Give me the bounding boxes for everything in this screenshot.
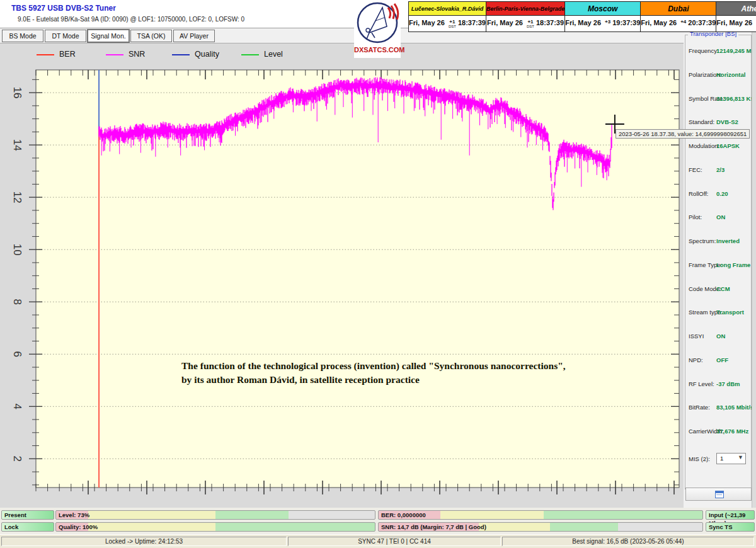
row-value: 83,105 Mbit/s <box>716 404 753 411</box>
statusbar-sync-counts: SYNC 47 | TEI 0 | CC 414 <box>288 537 501 546</box>
quality-progressbar: Quality: 100% <box>55 522 375 532</box>
row-value: DVB-S2 <box>716 118 738 125</box>
transponder-row-frequency-: Frequency: 12149,245 MHz <box>684 47 756 56</box>
svg-text:12: 12 <box>11 191 23 203</box>
clock-time-2: Fri, May 26 +3 19:37:39 <box>565 16 641 32</box>
row-value: 37,676 MHz <box>716 428 748 435</box>
row-label: NPD: <box>689 357 703 363</box>
transponder-row-symbol-rate-: Symbol Rate: 31396,813 KS/s <box>684 95 756 104</box>
clock-city-4: Athens <box>716 2 756 16</box>
svg-text:14: 14 <box>11 139 23 151</box>
row-value: -37 dBm <box>716 380 740 387</box>
svg-text:8: 8 <box>11 299 23 305</box>
row-value: OFF <box>716 357 728 363</box>
tab-signal-mon-[interactable]: Signal Mon. <box>88 30 129 42</box>
transponder-row-polarization-: Polarization: Horizontal <box>684 71 756 80</box>
tuner-app-window: TBS 5927 USB DVB-S2 Tuner 9.0E - Eutelsa… <box>0 0 756 548</box>
clock-city-3: Dubai <box>641 2 716 16</box>
quality-text: Quality: 100% <box>59 523 98 531</box>
svg-text:6: 6 <box>11 351 23 357</box>
mis-label: MIS (2): <box>689 455 710 462</box>
statusbar-uptime: Locked -> Uptime: 24:12:53 <box>1 537 287 546</box>
world-clocks: Lučenec-Slovakia_R.DávidBerlin-Paris-Vie… <box>408 1 756 32</box>
cursor-value-tooltip: 2023-05-26 18.37.38, value: 14,699999809… <box>616 129 750 139</box>
transponder-row-carrierwidth-: CarrierWidth: 37,676 MHz <box>684 428 756 437</box>
row-label: FEC: <box>689 166 702 173</box>
chevron-down-icon: ▼ <box>738 454 743 460</box>
snr-text: SNR: 14,7 dB (Margin: 7,7 dB | Good) <box>381 523 486 531</box>
row-value: Horizontal <box>716 71 745 78</box>
list-icon <box>715 491 724 498</box>
row-value: 0.20 <box>716 190 728 197</box>
transponder-row-issyi: ISSYI ON <box>684 333 756 341</box>
row-label: Pilot: <box>689 214 702 220</box>
present-badge: Present <box>1 510 54 520</box>
app-title: TBS 5927 USB DVB-S2 Tuner <box>11 4 116 13</box>
clock-time-3: Fri, May 26 +4 20:37:39 <box>641 16 716 32</box>
transponder-list-button[interactable] <box>685 488 752 501</box>
transponder-row-modulation-: Modulation: 16APSK <box>684 142 756 151</box>
sidebar-scrollbar[interactable] <box>752 28 756 508</box>
row-value: ON <box>716 333 725 340</box>
ber-progressbar: BER: 0,0000000 <box>378 510 703 520</box>
status-rows: Present Lock Level: 73% Quality: 100% BE… <box>0 508 756 534</box>
row-label: RF Level: <box>689 380 714 387</box>
row-value: 31396,813 KS/s <box>716 95 756 102</box>
row-value: Inverted <box>716 237 740 244</box>
row-label: Frequency: <box>689 47 719 54</box>
transponder-row-standard-: Standard: DVB-S2 <box>684 118 756 127</box>
level-progressbar: Level: 73% <box>55 510 375 520</box>
row-label: RollOff: <box>689 190 709 197</box>
tab-tsa-ok-[interactable]: TSA (OK) <box>130 30 172 42</box>
row-label: Spectrum: <box>689 237 716 244</box>
statusbar: Locked -> Uptime: 24:12:53 SYNC 47 | TEI… <box>0 534 756 548</box>
satellite-subtitle: 9.0E - Eutelsat 9B/Ka-Sat 9A (ID: 0090) … <box>18 16 244 23</box>
transponder-row-fec-: FEC: 2/3 <box>684 166 756 175</box>
mis-selected-value: 1 <box>720 455 723 462</box>
svg-text:10: 10 <box>11 244 23 256</box>
row-value: 16APSK <box>716 142 740 149</box>
transponder-row-pilot-: Pilot: ON <box>684 214 756 222</box>
sync-ts-badge: Sync TS <box>706 522 755 532</box>
row-label: BitRate: <box>689 404 710 411</box>
satellite-dish-icon <box>354 0 401 45</box>
transponder-row-bitrate-: BitRate: 83,105 Mbit/s <box>684 404 756 413</box>
clock-time-1: Fri, May 26 +1DST18:37:39 <box>486 16 564 32</box>
transponder-row-spectrum-: Spectrum: Inverted <box>684 237 756 246</box>
snr-progressbar: SNR: 14,7 dB (Margin: 7,7 dB | Good) <box>378 522 703 532</box>
transponder-row-stream-type-: Stream type: Transport <box>684 309 756 317</box>
row-label: ISSYI <box>689 333 704 340</box>
dxsatcs-logo: DXSATCS.COM <box>354 0 401 58</box>
row-value: ON <box>716 214 725 220</box>
input-badge: Input (~21,39 Mbps) <box>706 510 755 520</box>
transponder-sidebar: Transponder [BS] Frequency: 12149,245 MH… <box>684 28 756 508</box>
chart-annotation: The function of the technological proces… <box>181 359 566 387</box>
tab-bs-mode[interactable]: BS Mode <box>2 30 43 42</box>
svg-text:4: 4 <box>11 404 23 409</box>
tab-av-player[interactable]: AV Player <box>173 30 215 42</box>
row-value: Transport <box>716 309 744 316</box>
clock-city-2: Moscow <box>565 2 641 16</box>
snr-plot[interactable]: 246810121416 <box>0 43 684 508</box>
logo-wordmark: DXSATCS.COM <box>354 46 401 54</box>
clock-city-0: Lučenec-Slovakia_R.Dávid <box>409 2 486 16</box>
mis-dropdown[interactable]: 1 ▼ <box>716 453 746 464</box>
transponder-row-frame-type-: Frame Type: Long Frame <box>684 261 756 270</box>
clock-city-1: Berlin-Paris-Vienna-Belgrade <box>486 2 564 16</box>
annotation-line1: The function of the technological proces… <box>181 359 566 373</box>
tab-dt-mode[interactable]: DT Mode <box>45 30 86 42</box>
clock-time-0: Fri, May 26 +1DST18:37:39 <box>409 16 486 32</box>
row-value: 2/3 <box>716 166 724 173</box>
transponder-row-rf-level-: RF Level: -37 dBm <box>684 380 756 389</box>
row-label: Modulation: <box>689 142 719 149</box>
row-value: Long Frame <box>716 261 750 268</box>
level-text: Level: 73% <box>59 511 89 519</box>
clock-time-4: Fri, May 26 +3 19:37:39 <box>716 16 756 32</box>
signal-chart-panel: BER SNR Quality Level 246810121416 <box>0 43 684 508</box>
svg-text:16: 16 <box>11 87 23 99</box>
transponder-row-rolloff-: RollOff: 0.20 <box>684 190 756 199</box>
annotation-line2: by its author Roman Dávid, in satellite … <box>181 373 566 387</box>
statusbar-best-signal: Best signal: 16,5 dB (2023-05-26 05:44) <box>502 537 754 546</box>
row-value: 12149,245 MHz <box>716 47 756 54</box>
transponder-row-npd-: NPD: OFF <box>684 357 756 365</box>
